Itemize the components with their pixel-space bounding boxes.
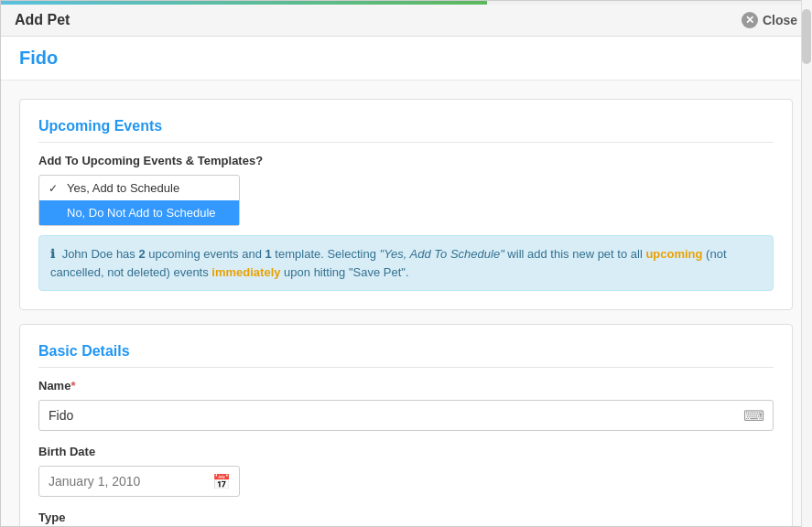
info-prefix: John Doe has: [62, 247, 139, 261]
name-input[interactable]: [38, 400, 774, 431]
basic-details-title: Basic Details: [38, 343, 774, 368]
upcoming-events-section: Upcoming Events Add To Upcoming Events &…: [19, 99, 793, 310]
info-highlight1: upcoming: [645, 247, 702, 261]
option-yes-label: Yes, Add to Schedule: [67, 181, 179, 195]
info-icon: ℹ: [50, 247, 55, 261]
name-field-label: Name*: [38, 379, 774, 393]
upcoming-events-title: Upcoming Events: [38, 118, 774, 143]
option-no-add[interactable]: No, Do Not Add to Schedule: [39, 200, 239, 225]
add-to-events-label: Add To Upcoming Events & Templates?: [38, 154, 774, 167]
scrollbar-thumb[interactable]: [802, 9, 811, 64]
birth-date-input[interactable]: [38, 466, 240, 497]
birth-date-label: Birth Date: [38, 445, 774, 458]
name-icon: ⌨: [743, 407, 764, 425]
info-count1: 2: [138, 247, 145, 261]
modal-container: Add Pet ✕ Close Fido Upcoming Events Add…: [0, 0, 812, 527]
info-count2: 1: [265, 247, 272, 261]
modal-title: Add Pet: [15, 12, 70, 28]
close-label: Close: [763, 13, 797, 27]
birth-date-input-wrapper[interactable]: 📅: [38, 466, 240, 497]
scrollbar[interactable]: [801, 0, 812, 527]
schedule-dropdown-list[interactable]: ✓ Yes, Add to Schedule No, Do Not Add to…: [38, 175, 240, 226]
basic-details-section: Basic Details Name* ⌨ Birth Date 📅 Type: [19, 324, 793, 526]
info-mid2: template. Selecting: [272, 247, 380, 261]
close-button[interactable]: ✕ Close: [742, 12, 797, 28]
info-highlight2: immediately: [211, 265, 280, 279]
close-icon: ✕: [742, 12, 758, 28]
option-yes-add[interactable]: ✓ Yes, Add to Schedule: [39, 176, 239, 200]
info-mid3: will add this new pet to all: [504, 247, 646, 261]
modal-header: Add Pet ✕ Close: [1, 5, 811, 37]
name-input-wrapper[interactable]: ⌨: [38, 400, 774, 431]
modal-body[interactable]: Upcoming Events Add To Upcoming Events &…: [1, 81, 811, 526]
schedule-dropdown[interactable]: ✓ Yes, Add to Schedule No, Do Not Add to…: [38, 175, 774, 226]
info-mid1: upcoming events and: [146, 247, 265, 261]
info-quote: "Yes, Add To Schedule": [380, 247, 504, 261]
calendar-icon[interactable]: 📅: [212, 473, 231, 490]
option-no-label: No, Do Not Add to Schedule: [67, 206, 216, 220]
pet-name-bar: Fido: [1, 37, 811, 81]
pet-name: Fido: [19, 48, 58, 68]
info-box: ℹ John Doe has 2 upcoming events and 1 t…: [38, 235, 774, 291]
checkmark-icon: ✓: [49, 182, 61, 195]
info-suffix: upon hitting "Save Pet".: [281, 265, 409, 279]
name-required-marker: *: [70, 379, 75, 393]
type-label: Type: [38, 511, 774, 524]
